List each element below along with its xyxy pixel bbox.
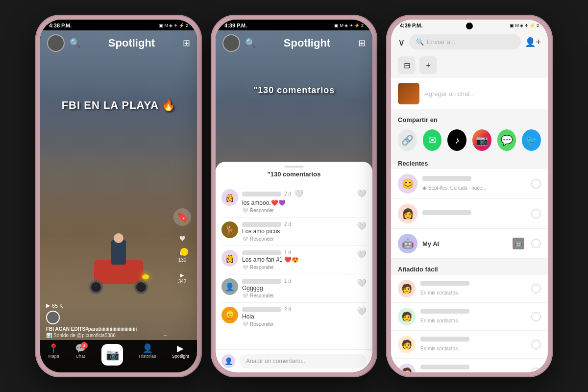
recent-checkbox-1[interactable] — [531, 179, 541, 189]
like-icon-3[interactable]: 🤍 — [357, 250, 367, 259]
contact-item-1[interactable]: 🧑 En mis contactos — [391, 275, 548, 303]
recent-avatar-1: 😊 — [398, 174, 417, 194]
search-icon-1[interactable]: 🔍 — [70, 38, 80, 49]
sheet-handle — [284, 166, 304, 168]
share-message-button[interactable]: 💬 — [497, 129, 516, 151]
comment-time-3: 1 d — [284, 250, 291, 255]
share-tiktok-button[interactable]: ♪ — [447, 129, 466, 151]
comments-title: "130 comentarios — [216, 170, 372, 182]
contact-name-blur-2 — [420, 309, 469, 314]
status-icons-2: ▣ M ◈ ✈ ⚡ 2 — [334, 23, 364, 28]
contact-checkbox-2[interactable] — [531, 312, 541, 321]
comment-text-2: Los amo picus — [242, 228, 353, 235]
video-sound-info[interactable]: 📊 Sonido de @picusoficia5386 ··· — [46, 333, 168, 338]
contact-checkbox-1[interactable] — [531, 284, 541, 294]
reply-label-4: Responder — [250, 293, 274, 298]
comment-input-field[interactable]: Añadir un comentario... — [239, 354, 367, 368]
reply-heart-1: 🤍 — [242, 208, 248, 213]
share-action[interactable]: ▶ 342 — [178, 271, 187, 284]
comments-sheet: "130 comentarios 👸 2 d 🤍 l — [216, 162, 372, 372]
comment-username-blur-3 — [242, 250, 281, 255]
recent-checkbox-2[interactable] — [531, 209, 541, 219]
header-avatar-1[interactable] — [47, 34, 65, 52]
play-icon: ▶ — [46, 302, 50, 309]
play-count: 65 K — [52, 303, 63, 309]
contact-item-4[interactable]: 🧑 En mis contactos — [391, 359, 548, 372]
phone-2-video: 🔍 Spotlight ⊞ "130 comentarios "130 come… — [216, 30, 372, 372]
down-chevron-icon[interactable]: ∨ — [398, 36, 405, 48]
recent-item-1[interactable]: 😊 ◉ Sept-Îles, Canadá · hace... — [391, 169, 548, 199]
recent-item-my-ai[interactable]: 🤖 My AI 🤖 — [391, 229, 548, 259]
like-icon-1[interactable]: 🤍 — [357, 189, 367, 198]
atv-wheel-left — [89, 280, 103, 294]
recent-checkbox-my-ai[interactable] — [531, 239, 541, 248]
status-time-1: 4:38 P.M. — [49, 23, 72, 28]
phone-3-screen: 4:39 P.M. ▣ M ◈ ✈ ⚡ 2 ∨ 🔍 Enviar a... 👤+… — [391, 20, 548, 372]
comment-reply-2[interactable]: 🤍 Responder — [242, 236, 353, 242]
comment-username-blur-5 — [242, 307, 281, 312]
share-whatsapp-button[interactable]: ✉ — [423, 129, 442, 151]
save-icon-2[interactable]: ⊞ — [358, 38, 366, 49]
nav-historias[interactable]: 👤 Historias — [139, 344, 156, 366]
heart-icon: 🤍 — [179, 236, 185, 241]
nav-mapa[interactable]: 📍 Mapa — [48, 344, 59, 366]
comment-meta-4: 1 d — [242, 278, 353, 284]
sound-wave-icon: 📊 — [46, 333, 52, 338]
bookmark-action[interactable]: 🔖 — [173, 208, 191, 226]
page-title-2: Spotlight — [256, 37, 358, 49]
like-action[interactable]: 🤍 — [179, 235, 185, 241]
comments-list[interactable]: 👸 2 d 🤍 los amooo.❤️💜 🤍 — [216, 182, 372, 349]
comment-text-1: los amooo.❤️💜 — [242, 199, 353, 206]
contact-info-1: En mis contactos — [420, 281, 526, 296]
contact-checkbox-4[interactable] — [531, 368, 541, 372]
more-icon[interactable]: ··· — [164, 333, 168, 338]
nav-spotlight[interactable]: ▶ Spotlight — [172, 344, 189, 366]
section-anyadido-facil: Añadido fácil — [391, 262, 548, 275]
share-qr-icon[interactable]: ⊟ — [398, 56, 416, 74]
save-icon-1[interactable]: ⊞ — [183, 38, 190, 49]
share-twitter-button[interactable]: 🐦 — [522, 129, 541, 151]
contact-avatar-4: 🧑 — [398, 364, 416, 372]
share-plus-icon[interactable]: ＋ — [419, 56, 437, 74]
contact-info-2: En mis contactos — [420, 309, 526, 324]
share-icon: ▶ — [180, 272, 184, 278]
chat-preview[interactable]: Agregar un chat... — [391, 78, 548, 109]
status-bar-2: 4:39 P.M. ▣ M ◈ ✈ ⚡ 2 — [216, 20, 372, 30]
like-icon-4[interactable]: 🤍 — [357, 278, 367, 288]
comment-time-2: 2 d — [284, 221, 291, 227]
contact-avatar-3: 🧑 — [398, 336, 416, 353]
status-icons-1: ▣ M ◈ ✈ ⚡ 2 — [159, 23, 188, 28]
bookmark-icon: 🔖 — [173, 208, 191, 226]
add-friend-icon[interactable]: 👤+ — [525, 37, 541, 48]
camera-snap-button[interactable]: 📷 — [101, 344, 123, 366]
header-avatar-2[interactable] — [222, 34, 240, 52]
comment-reply-1[interactable]: 🤍 Responder — [242, 208, 353, 213]
share-instagram-button[interactable]: 📷 — [472, 129, 491, 151]
contact-item-3[interactable]: 🧑 En mis contactos — [391, 331, 548, 359]
contact-checkbox-3[interactable] — [531, 340, 541, 349]
like-icon-5[interactable]: 🤍 — [357, 307, 367, 316]
comment-meta-5: 2 d — [242, 307, 353, 312]
phone-3: 4:39 P.M. ▣ M ◈ ✈ ⚡ 2 ∨ 🔍 Enviar a... 👤+… — [386, 15, 553, 377]
comment-reply-5[interactable]: 🤍 Responder — [242, 321, 353, 327]
comment-reply-4[interactable]: 🤍 Responder — [242, 293, 353, 298]
section-recientes: Recientes — [391, 156, 548, 169]
phone-1-screen: 4:38 P.M. ▣ M ◈ ✈ ⚡ 2 — [40, 20, 197, 372]
camera-icon: 📷 — [106, 348, 119, 361]
comment-count: 130 — [178, 257, 187, 263]
status-bar-3: 4:39 P.M. ▣ M ◈ ✈ ⚡ 2 — [391, 20, 548, 30]
comment-avatar-2: 🦌 — [221, 221, 238, 238]
nav-mapa-label: Mapa — [48, 354, 59, 359]
nav-chat[interactable]: 💬 2 Chat — [75, 344, 86, 366]
contact-sub-1: En mis contactos — [420, 290, 458, 295]
comment-reply-3[interactable]: 🤍 Responder — [242, 265, 353, 270]
like-icon-2[interactable]: 🤍 — [357, 221, 367, 231]
recent-item-2[interactable]: 👩 — [391, 199, 548, 229]
search-icon-2[interactable]: 🔍 — [245, 38, 256, 49]
contact-sub-2: En mis contactos — [420, 318, 458, 323]
contact-item-2[interactable]: 🧑 En mis contactos — [391, 303, 548, 331]
comment-action[interactable]: 💬 130 — [178, 250, 187, 263]
share-search-bar[interactable]: 🔍 Enviar a... — [409, 34, 521, 49]
share-link-button[interactable]: 🔗 — [398, 129, 417, 151]
nav-camera[interactable]: 📷 — [101, 344, 123, 366]
